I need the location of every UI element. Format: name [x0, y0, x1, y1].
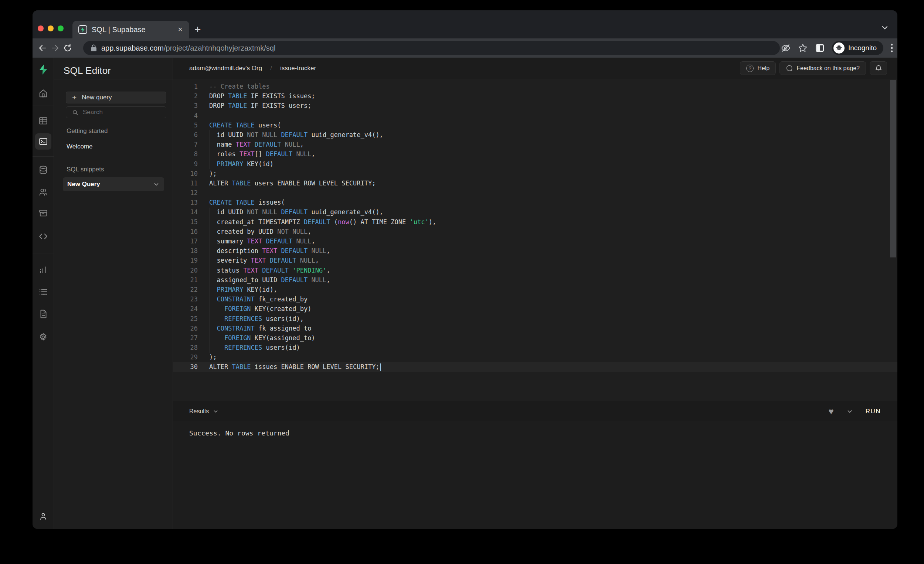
reload-icon[interactable]: [62, 43, 74, 52]
code-line[interactable]: 10);: [173, 169, 897, 178]
line-number: 9: [173, 159, 198, 169]
editor-scrollbar[interactable]: [890, 80, 896, 257]
help-button[interactable]: ? Help: [740, 61, 776, 75]
code-line[interactable]: 30ALTER TABLE issues ENABLE ROW LEVEL SE…: [173, 362, 897, 372]
chevron-down-icon[interactable]: [154, 183, 159, 186]
line-number: 12: [173, 188, 198, 197]
lock-icon[interactable]: [90, 44, 97, 52]
line-number: 30: [173, 362, 198, 372]
code-line[interactable]: 14 id UUID NOT NULL DEFAULT uuid_generat…: [173, 207, 897, 217]
results-panel: Success. No rows returned: [173, 421, 897, 529]
bookmark-star-icon[interactable]: [798, 43, 808, 53]
rail-home-icon[interactable]: [35, 85, 51, 102]
favorite-heart-icon[interactable]: ♥: [828, 406, 834, 417]
code-line[interactable]: 22 PRIMARY KEY(id),: [173, 285, 897, 295]
code-line[interactable]: 24 FOREIGN KEY(created_by): [173, 304, 897, 314]
url-text: app.supabase.com/project/azahtnhqohyjerz…: [101, 44, 275, 52]
code-line[interactable]: 17 summary TEXT DEFAULT NULL,: [173, 236, 897, 246]
sql-code-editor[interactable]: 1-- Create tables2DROP TABLE IF EXISTS i…: [173, 79, 897, 401]
line-number: 28: [173, 343, 198, 352]
eye-off-icon[interactable]: [781, 43, 790, 53]
help-label: Help: [757, 65, 770, 72]
code-line[interactable]: 13CREATE TABLE issues(: [173, 197, 897, 207]
rail-docs-icon[interactable]: [35, 306, 51, 322]
back-icon[interactable]: [36, 43, 49, 52]
code-line[interactable]: 18 description TEXT DEFAULT NULL,: [173, 246, 897, 256]
breadcrumb-org[interactable]: adam@windmill.dev's Org: [189, 64, 262, 72]
code-line[interactable]: 5CREATE TABLE users(: [173, 120, 897, 130]
rail-database-icon[interactable]: [35, 162, 51, 178]
code-line[interactable]: 6 id UUID NOT NULL DEFAULT uuid_generate…: [173, 130, 897, 140]
browser-tab[interactable]: SQL | Supabase ×: [72, 21, 189, 39]
search-input[interactable]: [83, 109, 149, 116]
code-line[interactable]: 28 REFERENCES users(id): [173, 343, 897, 352]
search-box[interactable]: [66, 106, 166, 118]
line-number: 23: [173, 295, 198, 304]
line-number: 7: [173, 140, 198, 149]
tab-search-chevron-icon[interactable]: [881, 25, 888, 30]
section-label-getting-started: Getting started: [66, 127, 108, 135]
tab-close-icon[interactable]: ×: [178, 25, 183, 34]
forward-icon[interactable]: [49, 43, 62, 52]
rail-reports-icon[interactable]: [35, 262, 51, 278]
menu-dots-icon[interactable]: [891, 43, 893, 53]
code-line[interactable]: 19 severity TEXT DEFAULT NULL,: [173, 256, 897, 265]
code-line[interactable]: 15 created_at TIMESTAMPTZ DEFAULT (now()…: [173, 217, 897, 227]
notifications-button[interactable]: [870, 61, 887, 75]
line-number: 24: [173, 304, 198, 314]
rail-account-icon[interactable]: [35, 508, 51, 525]
sidebar-item-welcome[interactable]: Welcome: [66, 143, 93, 150]
new-tab-icon[interactable]: +: [194, 24, 201, 35]
search-icon: [72, 109, 78, 115]
code-line[interactable]: 29);: [173, 352, 897, 362]
code-line[interactable]: 9 PRIMARY KEY(id): [173, 159, 897, 169]
code-line[interactable]: 21 assigned_to UUID DEFAULT NULL,: [173, 275, 897, 285]
window-close-button[interactable]: [38, 25, 44, 31]
browser-window: SQL | Supabase × + app.supabase.com/proj…: [33, 10, 897, 529]
address-bar[interactable]: app.supabase.com/project/azahtnhqohyjerz…: [83, 41, 780, 55]
code-line[interactable]: 2DROP TABLE IF EXISTS issues;: [173, 91, 897, 101]
breadcrumb: adam@windmill.dev's Org / issue-tracker: [189, 58, 316, 79]
sidebar-item-new-query-snippet[interactable]: New Query: [63, 177, 164, 191]
code-line[interactable]: 25 REFERENCES users(id),: [173, 314, 897, 323]
window-minimize-button[interactable]: [48, 25, 54, 31]
rail-sql-editor-icon[interactable]: [35, 133, 51, 150]
results-label: Results: [189, 408, 209, 415]
line-number: 8: [173, 149, 198, 159]
code-line[interactable]: 12: [173, 188, 897, 197]
rail-settings-gear-icon[interactable]: [35, 329, 51, 346]
feedback-button[interactable]: Feedback on this page?: [780, 61, 866, 75]
results-toggle[interactable]: Results: [189, 401, 218, 422]
run-options-chevron-icon[interactable]: [847, 410, 852, 413]
code-line[interactable]: 27 FOREIGN KEY(assigned_to): [173, 333, 897, 343]
run-button[interactable]: RUN: [866, 408, 881, 415]
code-line[interactable]: 16 created_by UUID NOT NULL,: [173, 227, 897, 236]
code-line[interactable]: 3DROP TABLE IF EXISTS users;: [173, 101, 897, 111]
url-domain: app.supabase.com: [101, 44, 164, 52]
rail-table-editor-icon[interactable]: [35, 113, 51, 129]
code-line[interactable]: 1-- Create tables: [173, 82, 897, 91]
rail-logs-icon[interactable]: [35, 284, 51, 300]
line-number: 25: [173, 314, 198, 323]
chevron-down-icon: [213, 410, 218, 413]
side-panel-icon[interactable]: [815, 43, 825, 53]
new-query-button[interactable]: + New query: [66, 91, 166, 103]
text-cursor: [380, 364, 381, 371]
rail-auth-users-icon[interactable]: [35, 184, 51, 200]
help-question-icon: ?: [746, 64, 754, 72]
code-line[interactable]: 7 name TEXT DEFAULT NULL,: [173, 140, 897, 149]
breadcrumb-project[interactable]: issue-tracker: [280, 64, 316, 72]
code-line[interactable]: 4: [173, 111, 897, 120]
section-label-sql-snippets: SQL snippets: [66, 166, 104, 173]
rail-storage-icon[interactable]: [35, 205, 51, 221]
supabase-logo[interactable]: [35, 61, 51, 78]
code-line[interactable]: 11ALTER TABLE users ENABLE ROW LEVEL SEC…: [173, 178, 897, 188]
line-number: 2: [173, 91, 198, 101]
incognito-badge: Incognito: [832, 41, 884, 55]
rail-edge-functions-icon[interactable]: [35, 228, 51, 244]
code-line[interactable]: 8 roles TEXT[] DEFAULT NULL,: [173, 149, 897, 159]
code-line[interactable]: 26 CONSTRAINT fk_assigned_to: [173, 323, 897, 333]
window-zoom-button[interactable]: [58, 25, 64, 31]
code-line[interactable]: 23 CONSTRAINT fk_created_by: [173, 295, 897, 304]
code-line[interactable]: 20 status TEXT DEFAULT 'PENDING',: [173, 266, 897, 275]
